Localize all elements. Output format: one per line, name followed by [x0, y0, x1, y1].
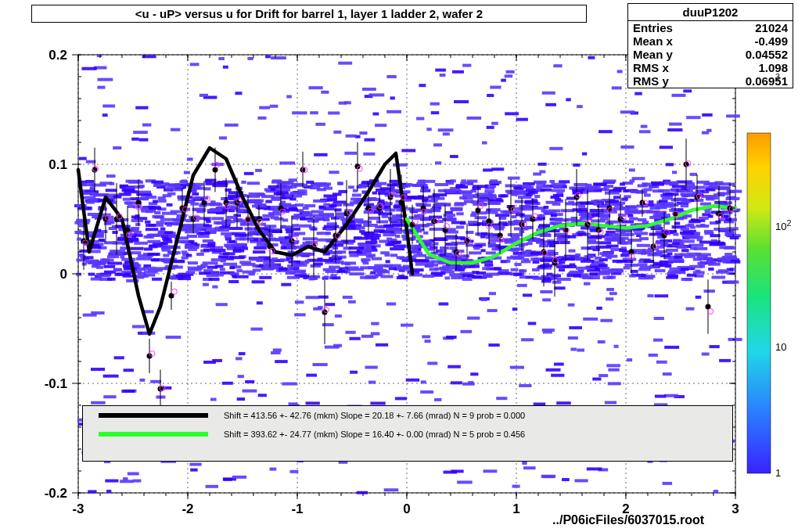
- svg-rect-2039: [526, 189, 535, 192]
- svg-rect-1518: [349, 254, 358, 257]
- svg-rect-2313: [110, 250, 125, 253]
- svg-rect-1896: [317, 188, 326, 191]
- svg-rect-1946: [286, 95, 292, 99]
- svg-rect-2085: [620, 253, 629, 257]
- svg-rect-1893: [658, 189, 670, 192]
- svg-rect-1737: [519, 275, 526, 279]
- svg-rect-2261: [545, 103, 556, 106]
- svg-rect-865: [196, 232, 210, 235]
- svg-rect-1928: [718, 269, 728, 272]
- svg-rect-854: [672, 171, 677, 174]
- svg-rect-1443: [289, 197, 296, 200]
- svg-rect-2233: [345, 261, 356, 264]
- svg-rect-1873: [271, 198, 281, 201]
- svg-rect-868: [566, 98, 570, 101]
- svg-rect-1082: [644, 260, 654, 263]
- svg-rect-1211: [519, 269, 527, 272]
- svg-rect-1915: [371, 234, 381, 237]
- svg-rect-1718: [649, 354, 658, 357]
- svg-rect-1406: [574, 479, 588, 482]
- svg-rect-1672: [569, 186, 581, 189]
- svg-rect-1798: [232, 275, 236, 278]
- svg-rect-1852: [505, 112, 519, 115]
- svg-rect-921: [390, 96, 395, 99]
- svg-rect-1150: [190, 469, 197, 472]
- svg-rect-1913: [398, 275, 404, 278]
- svg-rect-2068: [543, 210, 556, 214]
- svg-rect-1497: [440, 246, 449, 250]
- svg-rect-2080: [166, 336, 182, 339]
- svg-rect-1233: [634, 92, 642, 95]
- svg-rect-2360: [629, 275, 635, 278]
- svg-rect-2002: [190, 63, 200, 66]
- svg-rect-1548: [151, 181, 164, 184]
- svg-rect-1832: [553, 185, 563, 189]
- colorbar-tick-label: 102: [775, 218, 792, 232]
- svg-rect-2393: [373, 269, 386, 272]
- svg-rect-775: [703, 289, 714, 293]
- svg-rect-1715: [491, 167, 504, 171]
- svg-rect-1856: [203, 249, 214, 252]
- svg-rect-2144: [540, 259, 554, 262]
- svg-point-2453: [224, 200, 229, 206]
- svg-rect-414: [683, 89, 692, 92]
- svg-rect-892: [120, 185, 128, 188]
- svg-rect-1679: [420, 180, 435, 183]
- svg-rect-2191: [309, 277, 315, 280]
- svg-rect-1870: [554, 286, 565, 289]
- svg-rect-426: [552, 281, 561, 284]
- svg-rect-1669: [617, 70, 623, 73]
- svg-rect-248: [345, 331, 355, 334]
- svg-rect-2327: [328, 111, 340, 114]
- svg-rect-1110: [223, 263, 237, 266]
- svg-rect-1851: [190, 203, 199, 206]
- svg-rect-2291: [607, 256, 612, 259]
- svg-rect-964: [706, 129, 711, 132]
- svg-rect-948: [383, 233, 396, 236]
- svg-rect-2109: [99, 239, 105, 242]
- svg-rect-2404: [690, 226, 696, 229]
- svg-rect-2394: [287, 276, 300, 279]
- svg-rect-2176: [559, 268, 565, 271]
- svg-rect-1342: [270, 213, 281, 216]
- svg-rect-448: [427, 361, 437, 365]
- svg-rect-749: [136, 257, 152, 261]
- svg-rect-1863: [493, 225, 505, 228]
- svg-rect-2274: [333, 344, 342, 347]
- svg-rect-1826: [557, 278, 571, 281]
- svg-rect-1531: [358, 185, 367, 189]
- svg-rect-945: [113, 146, 121, 149]
- svg-rect-1231: [335, 315, 342, 318]
- svg-rect-1419: [290, 470, 299, 473]
- y-tick-label: -0.2: [45, 486, 67, 501]
- svg-rect-410: [338, 62, 352, 65]
- svg-rect-990: [318, 257, 323, 261]
- svg-rect-1917: [396, 214, 401, 217]
- svg-rect-1608: [279, 161, 295, 164]
- svg-rect-2331: [689, 265, 703, 268]
- svg-rect-1025: [468, 221, 478, 224]
- svg-rect-303: [348, 185, 354, 189]
- svg-rect-1199: [435, 69, 446, 72]
- svg-rect-1701: [714, 182, 723, 185]
- svg-rect-1438: [303, 237, 318, 240]
- svg-rect-501: [541, 189, 552, 192]
- svg-rect-930: [638, 218, 646, 221]
- svg-rect-2272: [247, 57, 253, 60]
- svg-rect-2147: [450, 155, 458, 158]
- stats-name: duuP1202: [628, 4, 793, 21]
- svg-rect-2242: [113, 196, 122, 199]
- svg-rect-607: [422, 275, 434, 278]
- svg-rect-2064: [218, 57, 225, 60]
- svg-rect-1991: [153, 258, 160, 261]
- svg-rect-1988: [669, 268, 681, 271]
- svg-rect-2273: [217, 181, 227, 184]
- svg-rect-2130: [620, 231, 626, 234]
- svg-rect-467: [569, 326, 582, 329]
- stats-row: Mean y0.04552: [628, 48, 793, 61]
- svg-rect-2100: [620, 182, 625, 185]
- svg-rect-1149: [717, 257, 722, 261]
- svg-rect-2227: [292, 217, 299, 220]
- svg-rect-726: [247, 182, 260, 185]
- svg-rect-1462: [146, 196, 156, 199]
